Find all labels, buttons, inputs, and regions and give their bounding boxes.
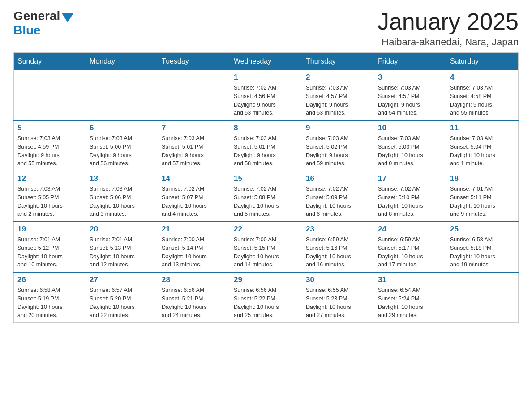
header-wednesday: Wednesday (230, 53, 302, 70)
header-monday: Monday (86, 53, 158, 70)
day-number: 20 (90, 225, 154, 234)
table-row: 20Sunrise: 7:01 AMSunset: 5:13 PMDayligh… (86, 222, 158, 272)
day-info: Sunrise: 7:03 AMSunset: 5:00 PMDaylight:… (90, 134, 154, 168)
table-row: 31Sunrise: 6:54 AMSunset: 5:24 PMDayligh… (374, 272, 446, 323)
day-info: Sunrise: 7:03 AMSunset: 5:01 PMDaylight:… (234, 134, 298, 168)
day-info: Sunrise: 6:59 AMSunset: 5:17 PMDaylight:… (378, 235, 442, 269)
day-number: 21 (162, 225, 226, 234)
day-number: 5 (17, 124, 82, 133)
table-row: 25Sunrise: 6:58 AMSunset: 5:18 PMDayligh… (446, 222, 519, 272)
table-row: 17Sunrise: 7:02 AMSunset: 5:10 PMDayligh… (374, 171, 446, 222)
logo-blue: Blue (13, 23, 74, 38)
logo: General Blue (13, 9, 74, 38)
day-number: 23 (306, 225, 370, 234)
calendar-subtitle: Haibara-akanedai, Nara, Japan (378, 36, 519, 48)
table-row: 2Sunrise: 7:03 AMSunset: 4:57 PMDaylight… (302, 70, 374, 121)
day-info: Sunrise: 6:56 AMSunset: 5:21 PMDaylight:… (162, 286, 226, 320)
day-number: 29 (234, 275, 298, 284)
day-info: Sunrise: 7:02 AMSunset: 5:07 PMDaylight:… (162, 185, 226, 218)
day-number: 30 (306, 275, 370, 284)
table-row: 11Sunrise: 7:03 AMSunset: 5:04 PMDayligh… (446, 120, 519, 171)
day-info: Sunrise: 7:03 AMSunset: 5:04 PMDaylight:… (450, 134, 515, 168)
table-row: 8Sunrise: 7:03 AMSunset: 5:01 PMDaylight… (230, 120, 302, 171)
day-number: 6 (90, 124, 154, 133)
day-number: 27 (90, 275, 154, 284)
day-number: 1 (234, 73, 298, 82)
day-info: Sunrise: 7:03 AMSunset: 4:57 PMDaylight:… (306, 84, 370, 117)
header-tuesday: Tuesday (158, 53, 230, 70)
day-number: 12 (17, 174, 82, 183)
table-row: 19Sunrise: 7:01 AMSunset: 5:12 PMDayligh… (14, 222, 86, 272)
day-number: 3 (378, 73, 442, 82)
table-row (446, 272, 519, 323)
calendar-header: Sunday Monday Tuesday Wednesday Thursday… (14, 53, 519, 70)
day-info: Sunrise: 7:02 AMSunset: 5:10 PMDaylight:… (378, 185, 442, 218)
header-saturday: Saturday (446, 53, 519, 70)
table-row: 30Sunrise: 6:55 AMSunset: 5:23 PMDayligh… (302, 272, 374, 323)
table-row: 15Sunrise: 7:02 AMSunset: 5:08 PMDayligh… (230, 171, 302, 222)
title-section: January 2025 Haibara-akanedai, Nara, Jap… (378, 9, 519, 48)
table-row: 26Sunrise: 6:58 AMSunset: 5:19 PMDayligh… (14, 272, 86, 323)
table-row: 7Sunrise: 7:03 AMSunset: 5:01 PMDaylight… (158, 120, 230, 171)
day-info: Sunrise: 6:55 AMSunset: 5:23 PMDaylight:… (306, 286, 370, 320)
day-info: Sunrise: 7:02 AMSunset: 5:09 PMDaylight:… (306, 185, 370, 218)
day-number: 8 (234, 124, 298, 133)
day-number: 17 (378, 174, 442, 183)
day-number: 15 (234, 174, 298, 183)
day-info: Sunrise: 7:01 AMSunset: 5:12 PMDaylight:… (17, 235, 82, 269)
day-info: Sunrise: 7:03 AMSunset: 5:02 PMDaylight:… (306, 134, 370, 168)
day-info: Sunrise: 7:03 AMSunset: 5:06 PMDaylight:… (90, 185, 154, 218)
table-row: 16Sunrise: 7:02 AMSunset: 5:09 PMDayligh… (302, 171, 374, 222)
day-info: Sunrise: 6:59 AMSunset: 5:16 PMDaylight:… (306, 235, 370, 269)
day-number: 10 (378, 124, 442, 133)
logo-triangle-icon (61, 13, 74, 22)
calendar-table: Sunday Monday Tuesday Wednesday Thursday… (13, 52, 519, 323)
header-thursday: Thursday (302, 53, 374, 70)
day-info: Sunrise: 7:02 AMSunset: 4:56 PMDaylight:… (234, 84, 298, 117)
table-row: 23Sunrise: 6:59 AMSunset: 5:16 PMDayligh… (302, 222, 374, 272)
day-number: 25 (450, 225, 515, 234)
day-number: 14 (162, 174, 226, 183)
logo-general: General (13, 9, 60, 23)
header-friday: Friday (374, 53, 446, 70)
calendar-body: 1Sunrise: 7:02 AMSunset: 4:56 PMDaylight… (14, 70, 519, 323)
calendar-title: January 2025 (378, 9, 519, 34)
day-number: 24 (378, 225, 442, 234)
day-info: Sunrise: 6:57 AMSunset: 5:20 PMDaylight:… (90, 286, 154, 320)
table-row: 27Sunrise: 6:57 AMSunset: 5:20 PMDayligh… (86, 272, 158, 323)
table-row: 3Sunrise: 7:03 AMSunset: 4:57 PMDaylight… (374, 70, 446, 121)
table-row (158, 70, 230, 121)
day-number: 31 (378, 275, 442, 284)
table-row (86, 70, 158, 121)
table-row: 4Sunrise: 7:03 AMSunset: 4:58 PMDaylight… (446, 70, 519, 121)
day-info: Sunrise: 6:58 AMSunset: 5:18 PMDaylight:… (450, 235, 515, 269)
table-row: 13Sunrise: 7:03 AMSunset: 5:06 PMDayligh… (86, 171, 158, 222)
table-row: 6Sunrise: 7:03 AMSunset: 5:00 PMDaylight… (86, 120, 158, 171)
day-number: 16 (306, 174, 370, 183)
day-number: 7 (162, 124, 226, 133)
day-number: 26 (17, 275, 82, 284)
table-row: 18Sunrise: 7:01 AMSunset: 5:11 PMDayligh… (446, 171, 519, 222)
table-row: 28Sunrise: 6:56 AMSunset: 5:21 PMDayligh… (158, 272, 230, 323)
page-header: General Blue January 2025 Haibara-akaned… (13, 9, 519, 48)
day-info: Sunrise: 7:03 AMSunset: 5:03 PMDaylight:… (378, 134, 442, 168)
day-number: 13 (90, 174, 154, 183)
day-number: 18 (450, 174, 515, 183)
day-info: Sunrise: 6:56 AMSunset: 5:22 PMDaylight:… (234, 286, 298, 320)
table-row: 9Sunrise: 7:03 AMSunset: 5:02 PMDaylight… (302, 120, 374, 171)
table-row: 21Sunrise: 7:00 AMSunset: 5:14 PMDayligh… (158, 222, 230, 272)
day-info: Sunrise: 6:58 AMSunset: 5:19 PMDaylight:… (17, 286, 82, 320)
day-info: Sunrise: 7:03 AMSunset: 4:59 PMDaylight:… (17, 134, 82, 168)
table-row: 1Sunrise: 7:02 AMSunset: 4:56 PMDaylight… (230, 70, 302, 121)
table-row: 24Sunrise: 6:59 AMSunset: 5:17 PMDayligh… (374, 222, 446, 272)
day-info: Sunrise: 7:01 AMSunset: 5:13 PMDaylight:… (90, 235, 154, 269)
table-row: 22Sunrise: 7:00 AMSunset: 5:15 PMDayligh… (230, 222, 302, 272)
day-info: Sunrise: 7:03 AMSunset: 5:01 PMDaylight:… (162, 134, 226, 168)
day-number: 2 (306, 73, 370, 82)
table-row: 14Sunrise: 7:02 AMSunset: 5:07 PMDayligh… (158, 171, 230, 222)
day-info: Sunrise: 6:54 AMSunset: 5:24 PMDaylight:… (378, 286, 442, 320)
table-row: 12Sunrise: 7:03 AMSunset: 5:05 PMDayligh… (14, 171, 86, 222)
day-info: Sunrise: 7:01 AMSunset: 5:11 PMDaylight:… (450, 185, 515, 218)
header-sunday: Sunday (14, 53, 86, 70)
day-number: 19 (17, 225, 82, 234)
